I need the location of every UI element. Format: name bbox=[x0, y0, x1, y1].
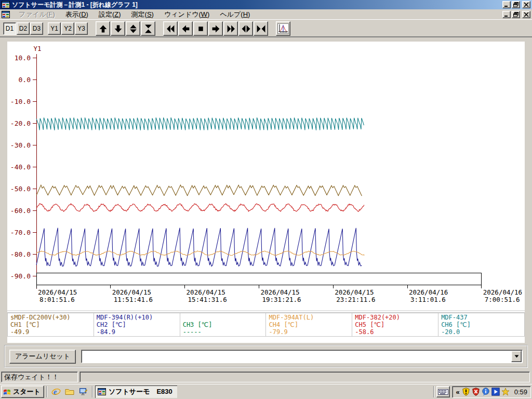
mdi-document-icon[interactable] bbox=[2, 11, 10, 18]
svg-text:7:00:51.6: 7:00:51.6 bbox=[485, 296, 520, 303]
svg-text:2026/04/16: 2026/04/16 bbox=[483, 288, 522, 296]
shield-warning-icon[interactable] bbox=[462, 388, 471, 396]
channel-value: ----- bbox=[183, 328, 263, 336]
step-forward-button[interactable] bbox=[208, 21, 223, 36]
menu-item-3[interactable]: 測定(S) bbox=[127, 9, 158, 20]
svg-text:-30.0: -30.0 bbox=[10, 141, 31, 149]
stop-button[interactable] bbox=[193, 21, 208, 36]
compress-horizontal-icon bbox=[257, 24, 265, 33]
windows-flag-icon bbox=[3, 388, 11, 395]
channel-title: MDF-394AT(L) bbox=[269, 314, 349, 321]
expand-horizontal-button[interactable] bbox=[238, 21, 253, 36]
mdi-minimize-button[interactable] bbox=[502, 11, 511, 18]
svg-text:-10.0: -10.0 bbox=[10, 98, 31, 105]
play-icon[interactable] bbox=[491, 388, 500, 396]
quick-launch: e bbox=[49, 386, 90, 397]
svg-text:11:51:41.6: 11:51:41.6 bbox=[114, 296, 153, 303]
shield-error-icon[interactable] bbox=[472, 388, 481, 396]
start-button[interactable]: スタート bbox=[1, 385, 44, 398]
system-tray: « 0:59 bbox=[452, 386, 531, 398]
alarm-panel: アラームリセット bbox=[4, 345, 528, 368]
menu-bar-items: ファイル(F)表示(D)設定(Z)測定(S)ウィンドウ(W)ヘルプ(H) bbox=[14, 9, 501, 20]
svg-text:-70.0: -70.0 bbox=[10, 229, 31, 236]
expand-vertical-icon bbox=[129, 24, 138, 33]
taskbar: スタート e ソフトサーモ E830 « 0:59 bbox=[0, 384, 532, 399]
d3-button[interactable]: D3 bbox=[30, 22, 43, 35]
d2-button[interactable]: D2 bbox=[17, 22, 30, 35]
svg-text:0.0: 0.0 bbox=[19, 76, 31, 84]
svg-text:-50.0: -50.0 bbox=[10, 185, 31, 193]
toolbar: D1D2D3Y1Y2Y3 bbox=[0, 19, 532, 37]
legend-channel-4: MDF-394AT(L) CH4 [℃]-79.9 bbox=[266, 313, 352, 337]
task-label: ソフトサーモ E830 bbox=[109, 387, 172, 396]
info-balloon-icon[interactable] bbox=[482, 388, 490, 396]
compress-horizontal-button[interactable] bbox=[254, 21, 268, 36]
tray-icons bbox=[462, 388, 510, 396]
legend-channel-6: MDF-437 CH6 [℃]-20.0 bbox=[438, 313, 525, 337]
menu-item-2[interactable]: 設定(Z) bbox=[94, 9, 126, 20]
channel-value: -49.9 bbox=[10, 328, 91, 336]
svg-text:Y1: Y1 bbox=[33, 45, 41, 52]
desktop-icon[interactable] bbox=[77, 386, 89, 397]
svg-text:-80.0: -80.0 bbox=[10, 250, 31, 258]
channel-value: -84.9 bbox=[97, 328, 177, 336]
svg-text:8:01:51.6: 8:01:51.6 bbox=[39, 296, 75, 303]
tray-separator bbox=[433, 386, 434, 397]
status-message: 保存ウェイト！！ bbox=[1, 371, 78, 382]
scroll-up-button[interactable] bbox=[96, 21, 110, 36]
d1-button[interactable]: D1 bbox=[3, 22, 16, 35]
svg-text:-60.0: -60.0 bbox=[10, 207, 31, 215]
tray-clock: 0:59 bbox=[514, 388, 527, 396]
y2-button[interactable]: Y2 bbox=[61, 22, 74, 35]
step-back-button[interactable] bbox=[178, 21, 193, 36]
channel-title: sMDF-DC200V(+30) bbox=[10, 314, 91, 321]
legend-channel-5: MDF-382(+20) CH5 [℃]-58.6 bbox=[352, 313, 438, 337]
taskbar-task-softthermo[interactable]: ソフトサーモ E830 bbox=[95, 385, 177, 398]
legend-channel-1: sMDF-DC200V(+30) CH1 [℃]-49.9 bbox=[7, 313, 94, 337]
y3-button[interactable]: Y3 bbox=[75, 22, 88, 35]
arrow-down-icon bbox=[114, 24, 123, 33]
channel-label: CH5 [℃] bbox=[355, 321, 435, 328]
start-label: スタート bbox=[13, 387, 41, 396]
close-button[interactable] bbox=[522, 1, 530, 8]
expand-vertical-button[interactable] bbox=[126, 21, 140, 36]
mdi-restore-button[interactable] bbox=[512, 11, 520, 18]
svg-text:-90.0: -90.0 bbox=[10, 272, 31, 280]
channel-title bbox=[183, 314, 263, 321]
channel-label: CH2 [℃] bbox=[97, 321, 177, 328]
svg-text:3:11:01.6: 3:11:01.6 bbox=[410, 296, 446, 303]
fast-forward-button[interactable] bbox=[223, 21, 238, 36]
expand-horizontal-icon bbox=[242, 24, 250, 33]
ie-icon[interactable]: e bbox=[50, 386, 62, 397]
minimize-button[interactable] bbox=[502, 1, 511, 8]
channel-title: MDF-394(R)(+10) bbox=[97, 314, 177, 321]
menu-item-1[interactable]: 表示(D) bbox=[61, 9, 93, 20]
arrow-left-icon bbox=[181, 24, 190, 33]
taskbar-separator bbox=[46, 386, 47, 397]
star-icon[interactable] bbox=[501, 388, 510, 396]
fast-rewind-button[interactable] bbox=[163, 21, 178, 36]
mdi-close-button[interactable] bbox=[522, 11, 530, 18]
menu-item-4[interactable]: ウィンドウ(W) bbox=[159, 9, 214, 20]
alarm-reset-button[interactable]: アラームリセット bbox=[9, 350, 76, 364]
y1-button[interactable]: Y1 bbox=[48, 22, 61, 35]
svg-text:10.0: 10.0 bbox=[15, 54, 31, 62]
stop-icon bbox=[196, 24, 205, 33]
language-bar-button[interactable] bbox=[436, 386, 450, 397]
combo-dropdown-button[interactable] bbox=[511, 351, 522, 362]
svg-text:2026/04/15: 2026/04/15 bbox=[260, 288, 299, 296]
svg-text:2026/04/15: 2026/04/15 bbox=[112, 288, 151, 296]
channel-value: -20.0 bbox=[441, 328, 522, 336]
menu-item-5[interactable]: ヘルプ(H) bbox=[215, 9, 255, 20]
title-bar: ソフトサーモ計測－計測1 - [折れ線グラフ 1] bbox=[0, 0, 532, 9]
tray-collapse-chevron-icon[interactable]: « bbox=[456, 388, 459, 396]
restore-button[interactable] bbox=[512, 1, 520, 8]
compress-vertical-button[interactable] bbox=[141, 21, 155, 36]
alarm-combobox[interactable] bbox=[81, 350, 523, 363]
folder-icon[interactable] bbox=[64, 386, 75, 397]
scroll-down-button[interactable] bbox=[111, 21, 125, 36]
channel-value: -79.9 bbox=[269, 328, 349, 336]
compress-vertical-icon bbox=[144, 24, 153, 33]
task-app-icon bbox=[98, 388, 106, 395]
graph-settings-button[interactable] bbox=[276, 21, 290, 36]
